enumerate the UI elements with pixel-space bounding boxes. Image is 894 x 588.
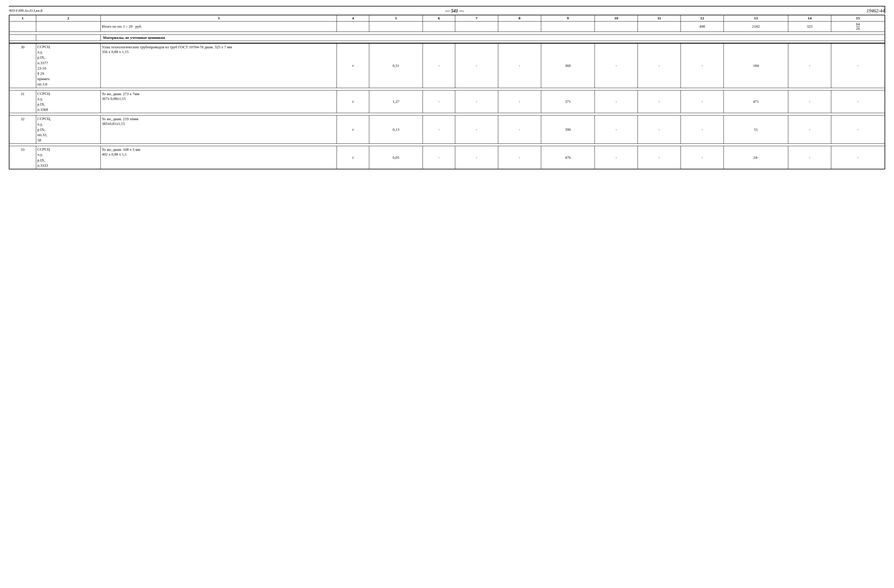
page-header: 903-I-I99.Ал.I3.I,кн.Б — 541 — 19462-44	[9, 6, 885, 14]
summary-col15: 64 26	[831, 21, 885, 32]
section-col2	[36, 35, 100, 41]
row-col5: 0,05	[369, 146, 423, 169]
row-col8: -	[498, 44, 541, 88]
section-header-row: Материалы, не учтенные ценником	[9, 35, 885, 41]
row-description: Узлы технологических трубопроводов из тр…	[100, 44, 337, 88]
col-header-15: 15	[831, 15, 885, 21]
row-col10: -	[595, 44, 638, 88]
row-num: 32	[9, 115, 36, 144]
row-col13: 184	[724, 44, 788, 88]
summary-fraction: 64 26	[856, 22, 860, 31]
row-col11: -	[638, 90, 681, 113]
col-header-6: 6	[423, 15, 455, 21]
row-num: 30	[9, 44, 36, 88]
col-header-12: 12	[681, 15, 724, 21]
row-col14: -	[788, 44, 831, 88]
row-description: То же, диам. 273 х 7мм 367х 0,88х1,15	[100, 90, 337, 113]
col-header-1: 1	[9, 15, 36, 21]
row-col12: -	[681, 146, 724, 169]
summary-col11	[638, 21, 681, 32]
col-header-9: 9	[541, 15, 595, 21]
row-num: 31	[9, 90, 36, 113]
row-description: То же, диам. 108 х 3 мм 492 х 0,88 х 1,1	[100, 146, 337, 169]
table-row: 31ССРСЦ ч.у, р.IX, п.3368То же, диам. 27…	[9, 90, 885, 113]
row-col5: 0,51	[369, 44, 423, 88]
section-header-label: Материалы, не учтенные ценником	[100, 35, 885, 41]
main-table: 1 2 3 4 5 6 7 8 9 10 11 12 13 14 15 Итог…	[9, 15, 885, 43]
row-col12: -	[681, 115, 724, 144]
col-header-13: 13	[724, 15, 788, 21]
row-col9: 390	[541, 115, 595, 144]
row-unit: т	[337, 44, 369, 88]
row-col9: 371	[541, 90, 595, 113]
col-header-5: 5	[369, 15, 423, 21]
row-ref: ССРСЦ, ч.у, р.IX, пп.33, 58	[36, 115, 100, 144]
row-ref: ССРСЦ ч.у, р.IX, п.3368	[36, 90, 100, 113]
table-row: 32ССРСЦ, ч.у, р.IX, пп.33, 58То же, диам…	[9, 115, 885, 144]
section-col1	[9, 35, 36, 41]
summary-row: Итого по пп. I ÷ 29 руб. 498 2182 325 64…	[9, 21, 885, 32]
row-col9: 360	[541, 44, 595, 88]
row-unit: т	[337, 146, 369, 169]
summary-col9	[541, 21, 595, 32]
summary-label: Итого по пп. I ÷ 29 руб.	[100, 21, 337, 32]
table-row: 30ССРСЦ ч.у, р.IX, п.3377 23-10 § 29 при…	[9, 44, 885, 88]
summary-col4	[337, 21, 369, 32]
row-col10: -	[595, 115, 638, 144]
row-col14: -	[788, 115, 831, 144]
col-header-3: 3	[100, 15, 337, 21]
row-col9: 476	[541, 146, 595, 169]
row-col5: 1,27	[369, 90, 423, 113]
summary-col2	[36, 21, 100, 32]
row-col6: -	[423, 115, 455, 144]
summary-col8	[498, 21, 541, 32]
column-header-row: 1 2 3 4 5 6 7 8 9 10 11 12 13 14 15	[9, 15, 885, 21]
col-header-8: 8	[498, 15, 541, 21]
row-col12: -	[681, 44, 724, 88]
col-header-14: 14	[788, 15, 831, 21]
row-col13: 24-	[724, 146, 788, 169]
summary-col10	[595, 21, 638, 32]
data-spacer-row	[9, 144, 885, 146]
data-spacer-row	[9, 88, 885, 90]
col-header-7: 7	[455, 15, 498, 21]
row-col10: -	[595, 90, 638, 113]
row-col6: -	[423, 44, 455, 88]
row-ref: ССРСЦ ч.у, р.IX, п.3333	[36, 146, 100, 169]
header-right: 19462-44	[867, 8, 885, 14]
col-header-10: 10	[595, 15, 638, 21]
col-header-2: 2	[36, 15, 100, 21]
row-col11: -	[638, 115, 681, 144]
row-col15: -	[831, 115, 885, 144]
row-ref: ССРСЦ ч.у, р.IX, п.3377 23-10 § 29 приме…	[36, 44, 100, 88]
row-col13: 51	[724, 115, 788, 144]
row-col12: -	[681, 90, 724, 113]
row-col8: -	[498, 90, 541, 113]
summary-col6	[423, 21, 455, 32]
col-header-11: 11	[638, 15, 681, 21]
row-col5: 0,13	[369, 115, 423, 144]
summary-col7	[455, 21, 498, 32]
row-col7: -	[455, 146, 498, 169]
row-col7: -	[455, 115, 498, 144]
row-col7: -	[455, 90, 498, 113]
row-col11: -	[638, 146, 681, 169]
row-col15: -	[831, 90, 885, 113]
summary-col1	[9, 21, 36, 32]
row-col15: -	[831, 146, 885, 169]
summary-col14: 325	[788, 21, 831, 32]
table-row: 33ССРСЦ ч.у, р.IX, п.3333То же, диам. 10…	[9, 146, 885, 169]
data-table: 30ССРСЦ ч.у, р.IX, п.3377 23-10 § 29 при…	[9, 43, 885, 169]
row-col8: -	[498, 115, 541, 144]
row-col15: -	[831, 44, 885, 88]
header-left: 903-I-I99.Ал.I3.I,кн.Б	[9, 8, 43, 13]
row-col11: -	[638, 44, 681, 88]
row-col7: -	[455, 44, 498, 88]
summary-col5	[369, 21, 423, 32]
summary-col13: 2182	[724, 21, 788, 32]
header-center: — 541 —	[445, 8, 464, 14]
row-col14: -	[788, 146, 831, 169]
row-unit: т	[337, 90, 369, 113]
spacer-row-1	[9, 32, 885, 35]
col-header-4: 4	[337, 15, 369, 21]
